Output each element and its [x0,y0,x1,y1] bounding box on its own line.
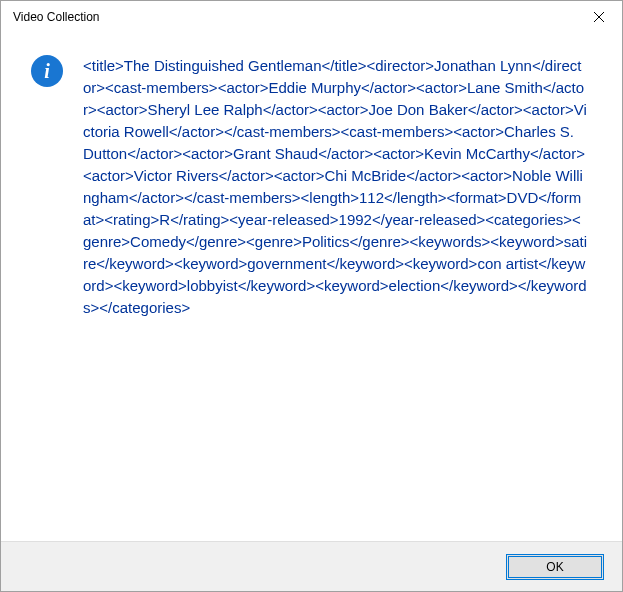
message-text: <title>The Distinguished Gentleman</titl… [83,55,594,319]
info-icon [31,55,63,87]
close-button[interactable] [576,1,622,33]
close-icon [594,12,604,22]
icon-container [29,55,65,87]
ok-button[interactable]: OK [506,554,604,580]
button-bar: OK [1,541,622,591]
dialog-window: Video Collection <title>The Distinguishe… [0,0,623,592]
window-title: Video Collection [13,10,576,24]
content-area: <title>The Distinguished Gentleman</titl… [1,33,622,541]
titlebar: Video Collection [1,1,622,33]
